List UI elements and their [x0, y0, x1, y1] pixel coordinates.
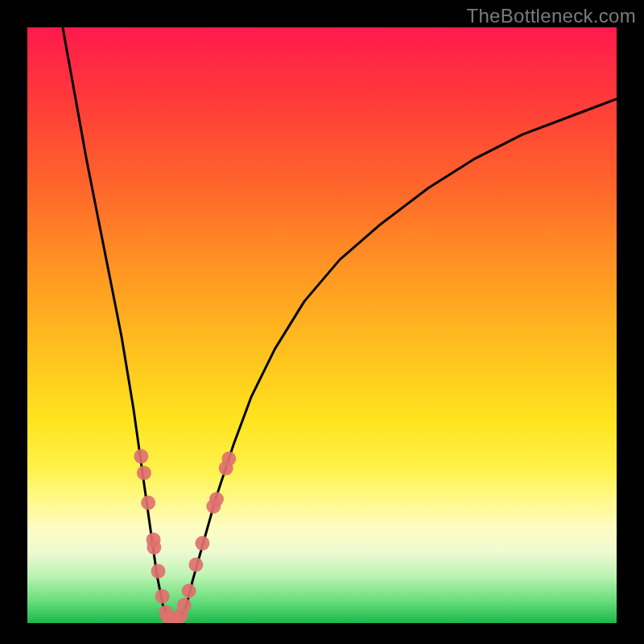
- data-marker: [134, 449, 148, 464]
- data-marker: [177, 598, 192, 613]
- data-marker: [147, 540, 161, 555]
- chart-frame: TheBottleneck.com: [0, 0, 644, 644]
- data-marker: [209, 492, 224, 506]
- data-marker: [137, 466, 151, 481]
- data-marker: [188, 558, 203, 572]
- data-marker: [155, 589, 170, 604]
- data-marker: [221, 452, 236, 466]
- plot-area: [27, 27, 617, 623]
- bottleneck-curve: [63, 27, 617, 620]
- data-marker: [141, 496, 155, 510]
- watermark-text: TheBottleneck.com: [466, 5, 636, 27]
- data-marker: [195, 536, 209, 551]
- data-marker: [151, 564, 166, 579]
- curve-layer: [27, 27, 617, 623]
- data-marker: [182, 584, 196, 598]
